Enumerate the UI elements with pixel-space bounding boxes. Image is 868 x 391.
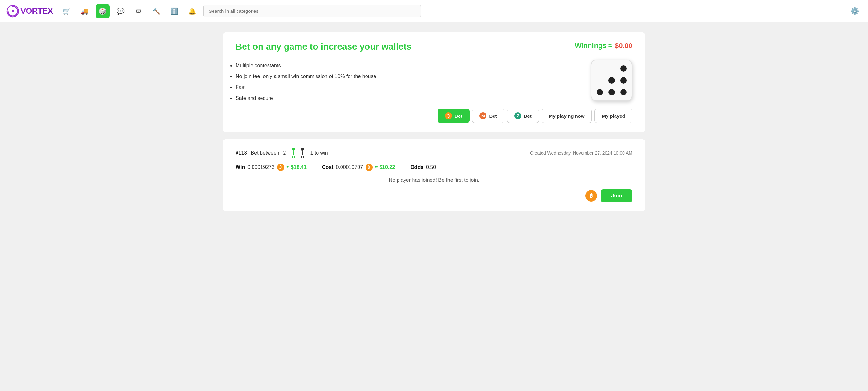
tab-bet-usdt-label: Bet (524, 113, 532, 119)
ticket-icon[interactable]: 🎟 (131, 4, 146, 18)
chat-icon[interactable]: 💬 (114, 4, 128, 18)
settings-icon[interactable]: ⚙️ (847, 4, 862, 18)
logo-text: VORTEX (21, 6, 53, 16)
header: VORTEX 🛒 🚚 🎲 💬 🎟 🔨 ℹ️ 🔔 ⚙️ (0, 0, 868, 23)
gavel-icon[interactable]: 🔨 (150, 4, 163, 18)
win-label: Win (236, 164, 245, 170)
hero-body: Multiple contestants No join fee, only a… (236, 60, 632, 101)
cost-usd: ≈ $10.22 (375, 164, 395, 170)
cost-btc: 0.00010707 (336, 164, 363, 170)
delivery-icon[interactable]: 🚚 (78, 4, 92, 18)
bet-between-label: Bet between (251, 150, 279, 156)
game-id-info: #118 Bet between 2 (236, 148, 328, 158)
tab-my-played[interactable]: My played (594, 109, 632, 123)
search-bar (203, 5, 421, 17)
btc-icon: ₿ (445, 112, 452, 119)
feature-item: Safe and secure (236, 95, 578, 101)
tab-bet-xmr-label: Bet (489, 113, 497, 119)
game-id: #118 (236, 150, 247, 156)
feature-item: Fast (236, 85, 578, 90)
winnings-block: Winnings ≈ $0.00 (575, 42, 632, 50)
game-footer: ₿ Join (236, 189, 632, 202)
tab-bet-btc[interactable]: ₿ Bet (437, 109, 469, 123)
odds-stat: Odds 0.50 (410, 164, 436, 171)
no-player-message: No player has joined! Be the first to jo… (236, 177, 632, 183)
odds-label: Odds (410, 164, 424, 170)
logo: VORTEX (6, 5, 53, 18)
xmr-icon: M (479, 112, 487, 119)
usdt-icon: ₮ (514, 112, 521, 119)
join-button[interactable]: Join (601, 189, 632, 202)
dice-image (591, 60, 632, 101)
player-count: 2 (283, 150, 286, 156)
win-stat: Win 0.00019273 ₿ ≈ $18.41 (236, 164, 307, 171)
info-icon[interactable]: ℹ️ (167, 4, 182, 18)
game-header: #118 Bet between 2 (236, 148, 632, 158)
tab-bet-btc-label: Bet (455, 113, 462, 119)
winnings-amount: $0.00 (615, 42, 632, 50)
cost-stat: Cost 0.00010707 ₿ ≈ $10.22 (322, 164, 395, 171)
hero-section: Bet on any game to increase your wallets… (223, 32, 645, 132)
player-icons (290, 148, 306, 158)
cost-label: Cost (322, 164, 334, 170)
logo-icon (6, 5, 19, 18)
hero-top: Bet on any game to increase your wallets… (236, 42, 632, 52)
player-figure-dark (299, 148, 306, 158)
winnings-label: Winnings ≈ (575, 42, 612, 50)
search-input[interactable] (203, 5, 421, 17)
dice-container (591, 60, 632, 101)
svg-point-1 (11, 10, 14, 12)
cost-btc-icon: ₿ (366, 164, 373, 171)
tab-my-playing-now[interactable]: My playing now (541, 109, 592, 123)
win-btc: 0.00019273 (247, 164, 275, 170)
dice-nav-icon[interactable]: 🎲 (96, 4, 110, 18)
join-coin-icon: ₿ (585, 190, 597, 202)
tab-bet-usdt[interactable]: ₮ Bet (507, 109, 539, 123)
tabs-row: ₿ Bet M Bet ₮ Bet My playing now My play… (236, 109, 632, 123)
feature-item: No join fee, only a small win commission… (236, 74, 578, 79)
game-card: #118 Bet between 2 (223, 139, 645, 211)
win-btc-icon: ₿ (277, 164, 284, 171)
created-info: Created Wednesday, November 27, 2024 10:… (530, 151, 632, 156)
to-win-label: 1 to win (310, 150, 328, 156)
created-date: Wednesday, November 27, 2024 10:00 AM (547, 151, 632, 156)
created-label: Created (530, 151, 546, 156)
bell-icon[interactable]: 🔔 (185, 4, 199, 18)
player-figure-green (290, 148, 297, 158)
features-list: Multiple contestants No join fee, only a… (236, 60, 578, 101)
tab-bet-xmr[interactable]: M Bet (472, 109, 504, 123)
win-usd: ≈ $18.41 (287, 164, 307, 170)
main-content: Bet on any game to increase your wallets… (210, 23, 658, 221)
feature-item: Multiple contestants (236, 63, 578, 68)
cart-icon[interactable]: 🛒 (60, 4, 74, 18)
tab-my-playing-now-label: My playing now (549, 113, 585, 119)
game-stats: Win 0.00019273 ₿ ≈ $18.41 Cost 0.0001070… (236, 164, 632, 171)
hero-title: Bet on any game to increase your wallets (236, 42, 411, 52)
tab-my-played-label: My played (602, 113, 625, 119)
odds-value: 0.50 (426, 164, 436, 170)
